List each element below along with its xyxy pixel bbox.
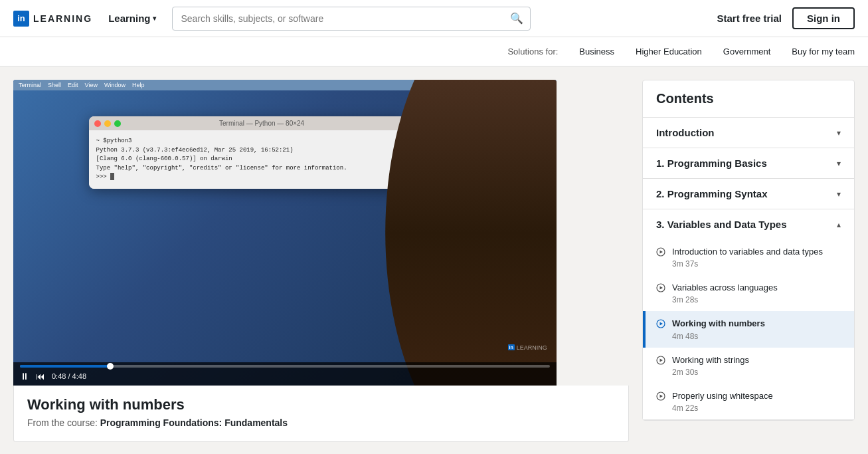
linkedin-logo-badge: in: [13, 11, 29, 27]
chapter-variables: 3. Variables and Data Types ▴ Introducti…: [643, 209, 854, 420]
logo-link[interactable]: in LEARNING: [13, 11, 92, 27]
main-layout: Terminal Shell Edit View Window Help Ter…: [0, 66, 868, 454]
contents-panel: Contents Introduction ▾ 1. Programming B…: [642, 80, 855, 421]
chapter-syntax-header[interactable]: 2. Programming Syntax ▾: [643, 179, 854, 209]
lesson-duration-intro-variables: 3m 37s: [672, 259, 841, 269]
sign-in-button[interactable]: Sign in: [792, 7, 855, 29]
header-actions: Start free trial Sign in: [717, 7, 855, 29]
chapter-introduction-title: Introduction: [656, 127, 714, 138]
menu-help: Help: [132, 82, 145, 88]
video-subtitle: From the course: Programming Foundations…: [27, 417, 615, 428]
lesson-name-working-numbers: Working with numbers: [672, 318, 841, 330]
video-container[interactable]: Terminal Shell Edit View Window Help Ter…: [13, 80, 557, 386]
chapter-introduction: Introduction ▾: [643, 118, 854, 148]
rewind-button[interactable]: ⏮: [36, 371, 45, 382]
chevron-down-icon: ▾: [153, 15, 156, 22]
watermark-logo: in: [508, 344, 515, 350]
video-watermark: in LEARNING: [508, 344, 547, 351]
learning-nav-dropdown[interactable]: Learning ▾: [103, 9, 161, 28]
svg-marker-9: [660, 394, 663, 397]
svg-marker-5: [660, 322, 663, 326]
solutions-label: Solutions for:: [507, 47, 558, 57]
lesson-whitespace[interactable]: Properly using whitespace 4m 22s: [643, 384, 854, 419]
menu-shell: Shell: [48, 82, 61, 88]
lesson-duration-working-numbers: 4m 48s: [672, 332, 841, 341]
course-name: Programming Foundations: Fundamentals: [100, 417, 288, 428]
lesson-working-numbers[interactable]: Working with numbers 4m 48s: [643, 311, 854, 347]
play-icon-whitespace: [656, 392, 665, 401]
pause-button[interactable]: ⏸: [20, 371, 29, 382]
controls-row: ⏸ ⏮ 0:48 / 4:48: [20, 371, 550, 382]
lesson-duration-working-strings: 2m 30s: [672, 368, 841, 377]
chapter-basics-header[interactable]: 1. Programming Basics ▾: [643, 148, 854, 178]
lesson-name-intro-variables: Introduction to variables and data types: [672, 246, 841, 258]
menu-edit: Edit: [68, 82, 78, 88]
terminal-line-2: Python 3.7.3 (v3.7.3:ef4ec6ed12, Mar 25 …: [96, 146, 397, 156]
terminal-minimize-btn: [104, 120, 111, 127]
chapter-variables-title: 3. Variables and Data Types: [656, 219, 786, 230]
chapter-basics-chevron: ▾: [837, 159, 841, 168]
sub-nav-higher-education[interactable]: Higher Education: [636, 47, 702, 57]
play-icon-working-strings: [656, 356, 665, 365]
menu-terminal: Terminal: [19, 82, 41, 88]
logo-text: LEARNING: [33, 13, 92, 24]
lesson-name-whitespace: Properly using whitespace: [672, 390, 841, 402]
lesson-info-intro-variables: Introduction to variables and data types…: [672, 246, 841, 269]
video-title: Working with numbers: [27, 396, 615, 413]
chapter-variables-header[interactable]: 3. Variables and Data Types ▴: [643, 209, 854, 239]
sub-nav: Solutions for: Business Higher Education…: [0, 37, 868, 66]
video-screen: Terminal Shell Edit View Window Help Ter…: [13, 80, 557, 386]
progress-fill: [20, 365, 110, 368]
lesson-info-working-strings: Working with strings 2m 30s: [672, 354, 841, 377]
chapter-introduction-chevron: ▾: [837, 128, 841, 138]
menu-view: View: [85, 82, 98, 88]
terminal-body: ~ $python3 Python 3.7.3 (v3.7.3:ef4ec6ed…: [89, 130, 404, 189]
time-current: 0:48: [52, 372, 66, 380]
terminal-line-4: Type "help", "copyright", "credits" or "…: [96, 164, 397, 173]
header: in LEARNING Learning ▾ 🔍 Start free tria…: [0, 0, 868, 37]
video-controls: ⏸ ⏮ 0:48 / 4:48: [13, 362, 557, 386]
subtitle-prefix: From the course:: [27, 417, 100, 428]
lesson-intro-variables[interactable]: Introduction to variables and data types…: [643, 239, 854, 275]
play-icon-variables-across: [656, 283, 665, 292]
terminal-titlebar: Terminal — Python — 80×24: [89, 116, 404, 130]
terminal-line-5: >>> |: [96, 173, 397, 182]
terminal-close-btn: [94, 120, 101, 127]
lesson-name-variables-across: Variables across languages: [672, 282, 841, 294]
sub-nav-business[interactable]: Business: [579, 47, 614, 57]
sub-nav-buy-for-team[interactable]: Buy for my team: [792, 47, 855, 57]
video-info: Working with numbers From the course: Pr…: [13, 386, 629, 442]
search-icon: 🔍: [510, 13, 523, 24]
progress-bar[interactable]: [20, 365, 550, 368]
chapter-programming-basics: 1. Programming Basics ▾: [643, 148, 854, 179]
svg-marker-3: [660, 286, 663, 290]
chapter-introduction-header[interactable]: Introduction ▾: [643, 118, 854, 148]
terminal-line-1: ~ $python3: [96, 137, 397, 146]
lesson-variables-across-languages[interactable]: Variables across languages 3m 28s: [643, 275, 854, 311]
terminal-line-3: [Clang 6.0 (clang-600.0.57)] on darwin: [96, 155, 397, 164]
chapter-syntax-title: 2. Programming Syntax: [656, 188, 768, 199]
svg-marker-1: [660, 251, 663, 254]
start-trial-button[interactable]: Start free trial: [717, 13, 782, 24]
search-input[interactable]: [173, 13, 503, 24]
time-display: 0:48 / 4:48: [52, 372, 86, 380]
contents-title: Contents: [643, 80, 854, 118]
play-icon-working-numbers: [656, 319, 665, 328]
svg-marker-7: [660, 358, 663, 362]
lesson-duration-whitespace: 4m 22s: [672, 403, 841, 413]
progress-thumb: [107, 363, 114, 370]
search-button[interactable]: 🔍: [503, 12, 530, 25]
terminal-title: Terminal — Python — 80×24: [124, 120, 398, 127]
watermark-text: LEARNING: [517, 344, 547, 351]
time-total: 4:48: [72, 372, 86, 380]
search-bar: 🔍: [172, 7, 531, 31]
chapter-variables-lessons: Introduction to variables and data types…: [643, 239, 854, 419]
lesson-info-working-numbers: Working with numbers 4m 48s: [672, 318, 841, 340]
sub-nav-government[interactable]: Government: [723, 47, 771, 57]
nav-dropdown-label: Learning: [108, 13, 150, 24]
terminal-window: Terminal — Python — 80×24 ~ $python3 Pyt…: [89, 116, 404, 189]
lesson-working-strings[interactable]: Working with strings 2m 30s: [643, 348, 854, 384]
lesson-info-variables-across: Variables across languages 3m 28s: [672, 282, 841, 304]
menu-window: Window: [104, 82, 126, 88]
chapter-programming-syntax: 2. Programming Syntax ▾: [643, 179, 854, 209]
